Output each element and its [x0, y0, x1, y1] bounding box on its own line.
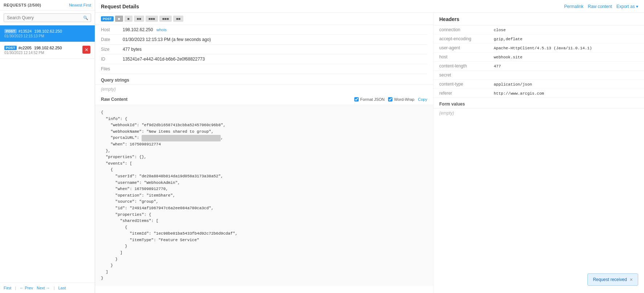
date-row: Date 01/30/2023 12:15:13 PM (a few secon… — [101, 35, 427, 45]
raw-content-controls: Format JSON Word-Wrap Copy — [354, 97, 427, 102]
header-row: secret — [433, 71, 644, 80]
toolbar-tab-2[interactable]: ■ — [125, 16, 133, 22]
query-strings-title: Query strings — [95, 74, 433, 84]
header-name: content-length — [439, 63, 494, 69]
header-value: webhook.site — [494, 55, 522, 59]
raw-content-title: Raw Content — [101, 97, 127, 102]
raw-content-section: Raw Content Format JSON Word-Wrap Copy — [95, 94, 433, 286]
files-label: Files — [101, 66, 123, 71]
toast: Request received × — [587, 273, 638, 286]
word-wrap-label[interactable]: Word-Wrap — [388, 97, 414, 102]
toolbar-tab-5[interactable]: ■■■ — [159, 16, 172, 22]
nav-last[interactable]: Last — [58, 286, 66, 290]
headers-panel: Headers connectioncloseaccept-encodinggz… — [433, 13, 644, 293]
sidebar-title: REQUESTS (2/500) — [4, 3, 41, 7]
sidebar-header: REQUESTS (2/500) Newest First — [0, 0, 95, 11]
date-value: 01/30/2023 12:15:13 PM (a few seconds ag… — [123, 37, 427, 42]
header-value: close — [494, 28, 506, 32]
format-json-checkbox[interactable] — [354, 97, 359, 102]
headers-list: connectioncloseaccept-encodinggzip,defla… — [433, 25, 644, 98]
header-row: accept-encodinggzip,deflate — [433, 34, 644, 44]
toolbar-tab-4[interactable]: ■■■ — [146, 16, 158, 22]
host-value: 198.102.62.250 whois — [123, 27, 427, 32]
search-icon: 🔍 — [83, 16, 88, 20]
header-name: user-agent — [439, 45, 494, 50]
search-input[interactable] — [4, 13, 91, 22]
header-value: 477 — [494, 64, 501, 69]
toolbar-tab-1[interactable]: ■ — [115, 16, 123, 22]
header-name: content-type — [439, 82, 494, 87]
header-name: referer — [439, 91, 494, 96]
sidebar: REQUESTS (2/500) Newest First 🔍 POST #13… — [0, 0, 95, 293]
raw-content-header: Raw Content Format JSON Word-Wrap Copy — [95, 94, 433, 105]
content-area: POST ■ ■ ■■ ■■■ ■■■ ■■ Host 198.102.62.2… — [95, 13, 644, 293]
details-panel: POST ■ ■ ■■ ■■■ ■■■ ■■ Host 198.102.62.2… — [95, 13, 433, 293]
header-row: user-agentApache-HttpClient/4.5.13 (Java… — [433, 44, 644, 53]
permalink-link[interactable]: Permalink — [564, 4, 583, 9]
request-item-2[interactable]: POST #c2205 198.102.62.250 01/30/2023 12… — [0, 42, 95, 59]
header-row: content-typeapplication/json — [433, 80, 644, 89]
request-id-2: #c2205 198.102.62.250 — [19, 46, 62, 50]
header-name: accept-encoding — [439, 36, 494, 41]
size-row: Size 477 bytes — [101, 45, 427, 54]
size-value: 477 bytes — [123, 47, 427, 52]
format-json-label[interactable]: Format JSON — [354, 97, 384, 102]
export-as-button[interactable]: Export as — [616, 4, 638, 9]
top-bar-actions: Permalink Raw content Export as — [564, 4, 638, 9]
nav-prev[interactable]: ← Prev — [20, 286, 33, 290]
header-name: secret — [439, 73, 494, 78]
sidebar-footer: First | ← Prev Next → | Last — [0, 282, 95, 293]
header-name: host — [439, 54, 494, 59]
header-value: gzip,deflate — [494, 37, 522, 41]
toast-message: Request received — [593, 277, 627, 282]
query-strings-value: (empty) — [95, 84, 433, 94]
toolbar-tab-6[interactable]: ■■ — [173, 16, 183, 22]
word-wrap-checkbox[interactable] — [388, 97, 392, 102]
host-row: Host 198.102.62.250 whois — [101, 25, 427, 35]
sidebar-sort[interactable]: Newest First — [69, 3, 91, 7]
size-label: Size — [101, 47, 123, 52]
headers-title: Headers — [433, 13, 644, 25]
nav-first[interactable]: First — [4, 286, 11, 290]
main: Request Details Permalink Raw content Ex… — [95, 0, 644, 293]
date-label: Date — [101, 37, 123, 42]
form-values-value: (empty) — [433, 108, 644, 118]
header-row: hostwebhook.site — [433, 53, 644, 62]
header-value: application/json — [494, 82, 532, 87]
page-title: Request Details — [101, 4, 139, 9]
post-badge-2: POST — [4, 46, 17, 50]
delete-button-2[interactable]: ✕ — [82, 46, 90, 54]
search-container: 🔍 — [0, 11, 95, 25]
header-value: Apache-HttpClient/4.5.13 (Java/11.0.14.1… — [494, 46, 592, 50]
request-item-1[interactable]: POST #13524 198.102.62.250 01/30/2023 12… — [0, 25, 95, 42]
toolbar-tab-3[interactable]: ■■ — [134, 16, 144, 22]
files-row: Files — [101, 64, 427, 74]
request-details-section: Host 198.102.62.250 whois Date 01/30/202… — [95, 25, 433, 74]
request-date-2: 01/30/2023 12:14:52 PM — [4, 51, 62, 55]
toast-close-button[interactable]: × — [630, 277, 633, 282]
method-badge: POST — [101, 16, 114, 21]
post-badge-1: POST — [4, 29, 17, 33]
header-name: connection — [439, 27, 494, 32]
form-values-title: Form values — [433, 98, 644, 108]
nav-next[interactable]: Next → — [37, 286, 50, 290]
id-label: ID — [101, 57, 123, 62]
redacted-url — [142, 135, 221, 141]
raw-content-body: { "info": { "webhookId": "ef9d2db1658741… — [95, 105, 433, 286]
request-id-1: #13524 198.102.62.250 — [19, 29, 62, 33]
top-bar: Request Details Permalink Raw content Ex… — [95, 0, 644, 13]
host-label: Host — [101, 27, 123, 32]
id-row: ID 135241e7-e442-401d-b6b6-2e0f68822773 — [101, 54, 427, 64]
header-row: refererhttp://www.arcgis.com — [433, 89, 644, 98]
request-date-1: 01/30/2023 12:15:13 PM — [4, 34, 62, 38]
whois-link[interactable]: whois — [156, 28, 167, 32]
id-value: 135241e7-e442-401d-b6b6-2e0f68822773 — [123, 57, 427, 62]
raw-content-link[interactable]: Raw content — [588, 4, 612, 9]
header-row: content-length477 — [433, 62, 644, 71]
header-row: connectionclose — [433, 25, 644, 34]
copy-button[interactable]: Copy — [418, 97, 427, 102]
header-value: http://www.arcgis.com — [494, 91, 544, 96]
details-toolbar: POST ■ ■ ■■ ■■■ ■■■ ■■ — [95, 13, 433, 25]
